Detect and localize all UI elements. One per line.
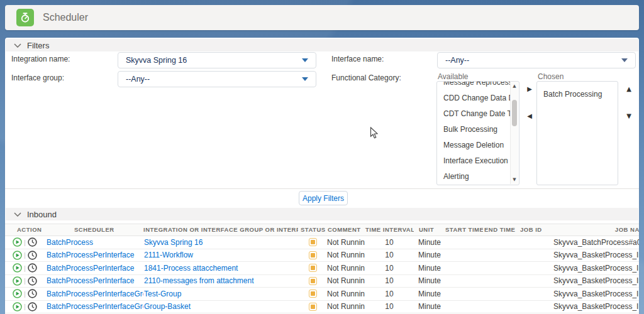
scheduler-link[interactable]: BatchProcess <box>47 238 93 247</box>
interface-group-select[interactable]: --Any-- <box>118 71 316 87</box>
integration-link[interactable]: 2111-Workflow <box>144 251 193 259</box>
action-cell: | <box>5 288 45 300</box>
schedule-clock-icon[interactable] <box>28 237 37 247</box>
integration-link[interactable]: 2110-messages from attachment <box>144 276 254 285</box>
scheduler-link[interactable]: BatchProcessPerInterface <box>47 276 134 285</box>
time-interval-cell: 10 <box>365 236 414 249</box>
time-interval-cell: 10 <box>365 288 414 300</box>
available-option[interactable]: Interface Execution <box>437 153 510 169</box>
time-interval-cell: 10 <box>365 300 414 313</box>
scheduler-link[interactable]: BatchProcessPerInterfaceGroup <box>47 290 143 298</box>
table-row: | BatchProcessPerInterface 2111-Workflow… <box>5 249 639 263</box>
move-up-button[interactable]: ▲ <box>625 85 633 94</box>
schedule-clock-icon[interactable] <box>28 289 37 298</box>
run-scheduler-icon[interactable] <box>13 289 22 298</box>
column-header-scheduler: SCHEDULER <box>45 224 143 236</box>
table-header-row: ACTION SCHEDULER INTEGRATION OR INTERFAC… <box>5 224 639 236</box>
move-down-button[interactable]: ▼ <box>625 112 633 121</box>
comment-cell: Not Running <box>327 274 365 287</box>
table-row: | BatchProcessPerInterfaceGroup Group-Ba… <box>5 301 639 314</box>
inbound-section-header[interactable]: Inbound <box>6 208 638 220</box>
inbound-section-label: Inbound <box>27 210 57 219</box>
column-header-status: STATUS <box>298 224 327 236</box>
move-to-available-button[interactable]: ◀ <box>525 112 534 121</box>
integration-link[interactable]: Group-Basket <box>144 302 191 311</box>
integration-link[interactable]: Skyvva Spring 16 <box>144 238 203 247</box>
column-header-unit: UNIT <box>414 224 444 236</box>
schedule-clock-icon[interactable] <box>28 276 37 286</box>
column-header-job-id: JOB ID <box>518 224 550 236</box>
dropdown-arrow-icon <box>621 58 628 62</box>
main-panel: Filters Integration name: Skyvva Spring … <box>5 38 639 314</box>
unit-cell: Minute <box>414 274 444 287</box>
table-row: | BatchProcess Skyvva Spring 16 Not Runn… <box>5 236 639 249</box>
action-separator: | <box>24 288 26 300</box>
comment-cell: Not Running <box>327 300 365 313</box>
integration-link[interactable]: Test-Group <box>144 290 181 298</box>
available-option[interactable]: Bulk Processing <box>437 122 510 138</box>
job-name-cell: Skyvva_BasketProcess_Interface#a <box>550 262 639 274</box>
status-warning-icon <box>309 238 317 246</box>
stopwatch-icon <box>19 12 31 23</box>
comment-cell: Not Running <box>327 288 365 300</box>
filters-section-header[interactable]: Filters <box>6 39 638 51</box>
action-separator: | <box>24 274 26 287</box>
unit-cell: Minute <box>414 262 444 274</box>
action-separator: | <box>24 236 26 249</box>
available-listbox[interactable]: Message Reprocessing CDD Change Data Det… <box>436 81 519 185</box>
status-warning-icon <box>309 251 317 259</box>
column-header-time-interval: TIME INTERVAL <box>365 224 414 236</box>
apply-filters-button[interactable]: Apply Filters <box>299 191 348 205</box>
integration-link[interactable]: 1841-Process attacchement <box>144 264 238 273</box>
schedule-clock-icon[interactable] <box>28 251 37 260</box>
table-body: | BatchProcess Skyvva Spring 16 Not Runn… <box>5 236 639 313</box>
dropdown-arrow-icon <box>302 77 308 81</box>
scroll-up-icon[interactable]: ▲ <box>511 82 518 90</box>
run-scheduler-icon[interactable] <box>13 237 22 247</box>
table-row: | BatchProcessPerInterfaceGroup Test-Gro… <box>5 288 639 301</box>
column-header-comment: COMMENT <box>327 224 365 236</box>
chosen-option[interactable]: Batch Processing <box>537 87 618 102</box>
scroll-down-icon[interactable]: ▼ <box>511 176 518 184</box>
run-scheduler-icon[interactable] <box>13 276 22 286</box>
run-scheduler-icon[interactable] <box>13 263 22 273</box>
filters-section-label: Filters <box>27 41 49 50</box>
status-warning-icon <box>309 303 317 311</box>
chosen-list-label: Chosen <box>538 72 564 81</box>
scheduler-link[interactable]: BatchProcessPerInterfaceGroup <box>47 302 143 311</box>
scrollbar-thumb[interactable] <box>512 100 517 126</box>
schedule-clock-icon[interactable] <box>28 302 37 311</box>
run-scheduler-icon[interactable] <box>13 251 22 260</box>
comment-cell: Not Running <box>327 236 365 249</box>
scheduler-link[interactable]: BatchProcessPerInterface <box>47 264 134 273</box>
action-cell: | <box>5 236 45 249</box>
chosen-listbox[interactable]: Batch Processing <box>536 81 618 185</box>
column-header-start-time: START TIME <box>444 224 483 236</box>
action-separator: | <box>24 249 26 261</box>
move-to-chosen-button[interactable]: ▶ <box>525 85 534 94</box>
action-cell: | <box>5 300 45 313</box>
available-option[interactable]: CDT Change Date Tran... <box>437 106 510 122</box>
job-name-cell: Skyvva_BatchProcess#a0rf0000001 <box>550 236 639 249</box>
status-warning-icon <box>309 264 317 272</box>
scheduler-link[interactable]: BatchProcessPerInterface <box>47 251 134 259</box>
divider <box>5 188 639 189</box>
column-header-job-name: JOB NAME <box>550 224 639 236</box>
schedule-clock-icon[interactable] <box>28 263 37 273</box>
integration-name-select[interactable]: Skyvva Spring 16 <box>118 52 316 68</box>
inbound-table: ACTION SCHEDULER INTEGRATION OR INTERFAC… <box>5 224 639 314</box>
available-option[interactable]: CDD Change Data Det... <box>437 90 510 106</box>
integration-name-label: Integration name: <box>11 55 70 63</box>
unit-cell: Minute <box>414 249 444 261</box>
scrollbar[interactable]: ▲ ▼ <box>510 82 518 184</box>
available-list-label: Available <box>438 72 468 81</box>
available-option[interactable]: Message Reprocessing <box>437 82 510 90</box>
available-option[interactable]: Message Deletion <box>437 138 510 153</box>
dropdown-arrow-icon <box>302 58 308 62</box>
interface-name-select[interactable]: --Any-- <box>437 52 636 68</box>
time-interval-cell: 10 <box>365 274 414 287</box>
available-option[interactable]: Alerting <box>437 169 510 185</box>
page-title: Scheduler <box>43 12 88 23</box>
run-scheduler-icon[interactable] <box>13 302 22 311</box>
functional-category-label: Functional Category: <box>331 73 401 82</box>
